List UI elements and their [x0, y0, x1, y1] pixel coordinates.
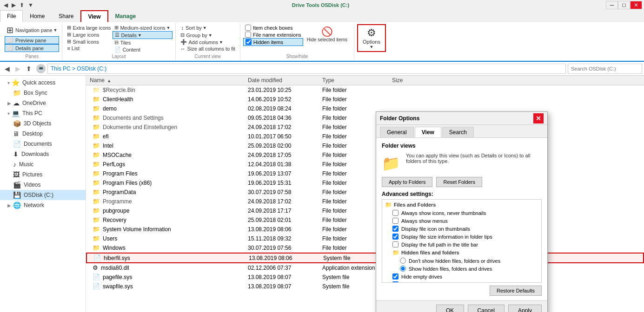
- settings-checkbox[interactable]: [392, 273, 398, 280]
- navigation-pane-btn[interactable]: ⊞ Navigation pane ▼: [5, 24, 59, 36]
- table-row[interactable]: 📁 Windows 30.07.2019 07:56 File folder: [86, 243, 644, 253]
- dialog-tab-general[interactable]: General: [380, 127, 414, 137]
- table-row[interactable]: 📁 Intel 25.09.2018 02:00 File folder: [86, 141, 644, 150]
- settings-item[interactable]: Don't show hidden files, folders or driv…: [383, 257, 540, 265]
- sidebar-item-box-sync[interactable]: 📁 Box Sync: [0, 88, 86, 98]
- settings-item[interactable]: Display the full path in the title bar: [383, 240, 540, 248]
- col-header-name[interactable]: Name ▲: [86, 77, 244, 84]
- content-btn[interactable]: 📄 Content: [113, 46, 172, 53]
- settings-item[interactable]: Display file icon on thumbnails: [383, 225, 540, 233]
- hidden-items-checkbox[interactable]: [246, 39, 252, 45]
- settings-checkbox[interactable]: [392, 234, 398, 240]
- tab-file[interactable]: File: [0, 10, 23, 22]
- window-close[interactable]: ✕: [630, 1, 642, 9]
- settings-checkbox[interactable]: [392, 281, 398, 283]
- item-check-boxes-checkbox[interactable]: [245, 25, 251, 31]
- table-row[interactable]: ⚙ msdia80.dll 02.12.2006 07:37 Applicati…: [86, 263, 644, 273]
- tab-home[interactable]: Home: [23, 10, 52, 22]
- breadcrumb-thispc[interactable]: This PC > OSDisk (C:): [51, 65, 106, 72]
- preview-pane-btn[interactable]: ⬜ Preview pane: [5, 36, 59, 44]
- sidebar-item-onedrive[interactable]: ▶ ☁ OneDrive: [0, 98, 86, 108]
- forward-btn[interactable]: ▶: [13, 64, 23, 73]
- sidebar-item-osdisk[interactable]: 💾 OSDisk (C:): [0, 190, 86, 200]
- address-path[interactable]: This PC > OSDisk (C:): [47, 64, 566, 74]
- col-header-type[interactable]: Type: [319, 77, 388, 84]
- folder-options-dialog[interactable]: Folder Options ✕ General View Search Fol…: [376, 111, 548, 312]
- table-row[interactable]: 📁 Program Files 19.06.2019 13:07 File fo…: [86, 169, 644, 178]
- qat-up[interactable]: ⬆: [18, 1, 26, 9]
- table-row[interactable]: 📁 ProgramData 30.07.2019 07:58 File fold…: [86, 188, 644, 197]
- small-icons-btn[interactable]: ⊞ Small icons: [65, 38, 113, 45]
- reset-folders-btn[interactable]: Reset Folders: [436, 177, 482, 187]
- file-name-extensions-toggle[interactable]: File name extensions: [243, 31, 303, 38]
- settings-checkbox[interactable]: [392, 210, 398, 216]
- table-row[interactable]: 📁 System Volume Information 13.08.2019 0…: [86, 225, 644, 234]
- details-pane-btn[interactable]: ⬜ Details pane: [5, 44, 59, 52]
- sidebar-item-music[interactable]: ♪ Music: [0, 159, 86, 169]
- sidebar-item-this-pc[interactable]: ▾ 💻 This PC: [0, 108, 86, 118]
- settings-item[interactable]: Display file size information in folder …: [383, 233, 540, 240]
- table-row[interactable]: 📁 Dokumente und Einstellungen 24.09.2018…: [86, 123, 644, 132]
- settings-radio[interactable]: [400, 266, 406, 272]
- tiles-btn[interactable]: ⊟ Tiles: [113, 39, 172, 46]
- sidebar-item-network[interactable]: ▶ 🌐 Network: [0, 200, 86, 210]
- dialog-cancel-btn[interactable]: Cancel: [468, 305, 505, 312]
- col-header-date[interactable]: Date modified: [244, 77, 319, 84]
- group-by-btn[interactable]: ⊟ Group by ▼: [179, 32, 237, 39]
- settings-radio[interactable]: [400, 258, 406, 264]
- size-all-btn[interactable]: ↔ Size all columns to fit: [179, 46, 237, 52]
- tab-manage[interactable]: Manage: [108, 10, 143, 22]
- table-row[interactable]: 📁 $Recycle.Bin 23.01.2019 10:25 File fol…: [86, 85, 644, 95]
- back-btn[interactable]: ◀: [2, 64, 13, 73]
- settings-item[interactable]: Hide empty drives: [383, 273, 540, 280]
- table-row[interactable]: 📄 pagefile.sys 13.08.2019 08:07 System f…: [86, 273, 644, 282]
- settings-checkbox[interactable]: [392, 241, 398, 247]
- medium-icons-btn[interactable]: ⊞ Medium-sized icons ▼: [113, 24, 172, 31]
- add-columns-btn[interactable]: ➕ Add columns ▼: [179, 39, 237, 46]
- settings-checkbox[interactable]: [392, 226, 398, 232]
- settings-item[interactable]: Always show menus: [383, 217, 540, 225]
- settings-item[interactable]: Show hidden files, folders and drives: [383, 265, 540, 273]
- qat-dropdown[interactable]: ▼: [26, 1, 35, 9]
- details-btn[interactable]: ☰ Details ▼: [113, 31, 172, 39]
- qat-back[interactable]: ◀: [2, 1, 10, 9]
- window-minimize[interactable]: ─: [606, 1, 618, 9]
- settings-item[interactable]: Hide extensions for known file types: [383, 280, 540, 283]
- settings-checkbox[interactable]: [392, 218, 398, 224]
- sidebar-item-quick-access[interactable]: ▾ ⭐ Quick access: [0, 78, 86, 88]
- item-check-boxes-toggle[interactable]: Item check boxes: [243, 24, 303, 31]
- file-name-ext-checkbox[interactable]: [245, 32, 251, 38]
- list-btn[interactable]: ≡ List: [65, 45, 113, 52]
- dialog-apply-btn[interactable]: Apply: [508, 305, 542, 312]
- sidebar-item-downloads[interactable]: ⬇ Downloads: [0, 149, 86, 159]
- qat-forward[interactable]: ▶: [10, 1, 18, 9]
- large-icons-btn[interactable]: ⊞ Large icons: [65, 31, 113, 38]
- table-row[interactable]: 📁 PerfLogs 12.04.2018 01:38 File folder: [86, 160, 644, 169]
- search-input[interactable]: [568, 64, 642, 74]
- window-maximize[interactable]: □: [618, 1, 630, 9]
- table-row[interactable]: 📁 efi 10.01.2017 06:50 File folder: [86, 132, 644, 141]
- apply-to-folders-btn[interactable]: Apply to Folders: [382, 177, 432, 187]
- sidebar-item-documents[interactable]: 📄 Documents: [0, 139, 86, 149]
- table-row[interactable]: 📁 ClientHealth 14.06.2019 10:52 File fol…: [86, 95, 644, 104]
- table-row[interactable]: 📄 hiberfil.sys 13.08.2019 08:06 System f…: [86, 253, 644, 263]
- table-row[interactable]: 📁 Programme 24.09.2018 17:02 File folder: [86, 197, 644, 206]
- extra-large-icons-btn[interactable]: ⊞ Extra large icons: [65, 24, 113, 31]
- sidebar-item-3d-objects[interactable]: 📦 3D Objects: [0, 118, 86, 129]
- table-row[interactable]: 📁 Users 15.11.2018 09:32 File folder: [86, 234, 644, 243]
- table-row[interactable]: 📁 MSOCache 24.09.2018 17:05 File folder: [86, 150, 644, 160]
- tab-share[interactable]: Share: [52, 10, 80, 22]
- sort-by-btn[interactable]: ↕ Sort by ▼: [179, 24, 237, 32]
- table-row[interactable]: 📁 demo 02.08.2019 08:24 File folder: [86, 104, 644, 113]
- dialog-close-btn[interactable]: ✕: [533, 113, 544, 124]
- table-row[interactable]: 📁 Program Files (x86) 19.06.2019 15:31 F…: [86, 178, 644, 188]
- options-btn[interactable]: ⚙ Options ▼: [357, 24, 386, 52]
- dialog-tab-view[interactable]: View: [415, 127, 441, 137]
- sidebar-item-pictures[interactable]: 🖼 Pictures: [0, 169, 86, 180]
- restore-defaults-btn[interactable]: Restore Defaults: [490, 286, 542, 296]
- table-row[interactable]: 📁 pubgroupe 24.09.2018 17:17 File folder: [86, 206, 644, 215]
- sidebar-item-videos[interactable]: 🎬 Videos: [0, 180, 86, 190]
- col-header-size[interactable]: Size: [388, 77, 444, 84]
- table-row[interactable]: 📁 Documents and Settings 09.05.2018 04:3…: [86, 113, 644, 123]
- up-btn[interactable]: ⬆: [23, 64, 34, 73]
